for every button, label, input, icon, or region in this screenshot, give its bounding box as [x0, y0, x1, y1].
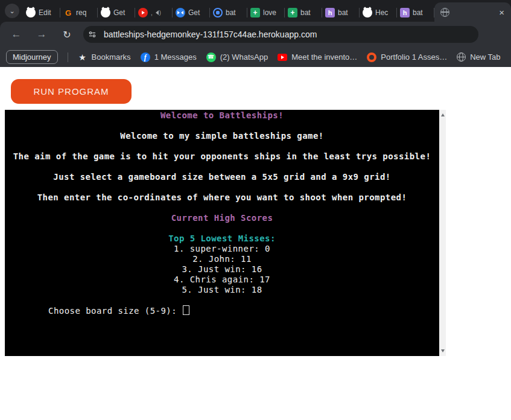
tab-get-2[interactable]: Get	[173, 4, 209, 22]
tab-active-battleships[interactable]: ×	[434, 2, 511, 22]
orange-g-icon	[63, 8, 73, 18]
tab-label: Edit	[39, 8, 57, 17]
terminal-high-score-row: 1. super-winner: 0	[5, 244, 439, 254]
terminal-line: Current High Scores	[5, 213, 439, 223]
tab-req[interactable]: req	[60, 4, 97, 22]
bookmark-new-tab[interactable]: New Tab	[457, 52, 500, 62]
tab-bat-1[interactable]: bat	[210, 4, 247, 22]
green-plus-icon	[288, 8, 297, 18]
star-icon	[78, 52, 87, 62]
bookmark-label: Bookmarks	[92, 52, 131, 62]
terminal-line	[5, 223, 439, 234]
tab-label: bat	[338, 8, 356, 17]
tab-edit[interactable]: Edit	[23, 4, 60, 22]
bookmark-label: (2) WhatsApp	[220, 52, 268, 62]
tab-get-1[interactable]: Get	[98, 4, 135, 22]
close-icon[interactable]: ×	[497, 7, 506, 18]
chevron-down-icon: ⌄	[9, 7, 14, 15]
bookmarks-bar: Midjourney Bookmarks 1 Messages (2) What…	[0, 47, 511, 67]
terminal-line: Just select a gameboard size between a 5…	[5, 172, 439, 182]
tab-hec[interactable]: Hec	[360, 4, 396, 22]
tab-love[interactable]: love	[247, 4, 284, 22]
tab-bat-3[interactable]: bat	[322, 4, 359, 22]
terminal-wrapper: Welcome to Battleships! Welcome to my si…	[5, 110, 446, 356]
youtube-icon	[278, 54, 287, 61]
address-bar[interactable]: battleships-hedgemonkey-131f157c44ae.her…	[83, 26, 478, 43]
facebook-icon	[141, 52, 150, 62]
github-icon	[26, 8, 36, 18]
terminal-line	[5, 162, 439, 172]
tab-label: Hec	[375, 8, 393, 17]
tab-label: bat	[300, 8, 319, 17]
globe-icon	[440, 8, 449, 17]
terminal-line	[5, 121, 439, 131]
github-icon	[363, 8, 372, 18]
terminal-scrollbar[interactable]	[439, 110, 446, 356]
terminal[interactable]: Welcome to Battleships! Welcome to my si…	[5, 110, 439, 356]
browser-toolbar: ← → ↻ battleships-hedgemonkey-131f157c44…	[0, 22, 511, 47]
bookmark-label: New Tab	[470, 52, 500, 62]
run-program-button[interactable]: RUN PROGRAM	[11, 79, 132, 104]
terminal-high-score-row: 3. Just win: 16	[5, 264, 439, 275]
terminal-line: Welcome to Battleships!	[5, 110, 439, 121]
bookmark-label: Portfolio 1 Asses…	[381, 52, 447, 62]
terminal-prompt-line: Choose board size (5-9):	[5, 295, 439, 326]
tab-label: bat	[413, 8, 431, 17]
tune-icon[interactable]	[86, 28, 99, 41]
terminal-high-score-row: 4. Chris again: 17	[5, 275, 439, 285]
orange-ring-icon	[367, 52, 376, 62]
scroll-down-icon[interactable]	[441, 349, 445, 354]
terminal-cursor	[183, 305, 189, 315]
tab-bat-2[interactable]: bat	[285, 4, 322, 22]
bookmark-portfolio[interactable]: Portfolio 1 Asses…	[367, 52, 447, 62]
blue-circle-icon	[176, 8, 185, 18]
bookmark-youtube[interactable]: Meet the invento…	[278, 52, 357, 62]
browser-chrome: ⌄ Edit req Get , ) Get ba	[0, 0, 511, 67]
terminal-line: The aim of the game is to hit your oppon…	[5, 151, 439, 162]
tab-youtube-audio[interactable]: , )	[135, 4, 172, 22]
tab-group-chip-midjourney[interactable]: Midjourney	[6, 50, 58, 64]
bookmark-label: Meet the invento…	[291, 52, 357, 62]
tab-label: Get	[188, 8, 206, 17]
terminal-high-score-row: 5. Just win: 18	[5, 285, 439, 295]
green-plus-icon	[250, 8, 260, 18]
scroll-up-icon[interactable]	[441, 112, 445, 116]
whatsapp-icon	[206, 52, 216, 62]
terminal-line	[5, 203, 439, 213]
globe-icon	[457, 52, 466, 62]
bookmarks-separator	[68, 52, 68, 62]
bookmark-label: 1 Messages	[154, 52, 197, 62]
terminal-line: Then enter the co-ordinates of where you…	[5, 192, 439, 203]
heroku-icon	[325, 8, 335, 18]
youtube-icon	[138, 8, 148, 18]
tab-label: love	[263, 8, 281, 17]
url-text: battleships-hedgemonkey-131f157c44ae.her…	[104, 30, 317, 39]
tab-search-button[interactable]: ⌄	[5, 4, 19, 18]
tab-label: Get	[113, 8, 132, 17]
blue-ring-icon	[213, 8, 223, 18]
tab-label: req	[76, 8, 94, 17]
terminal-line	[5, 182, 439, 192]
terminal-line	[5, 141, 439, 151]
page-content: RUN PROGRAM Welcome to Battleships! Welc…	[0, 67, 511, 420]
github-icon	[101, 8, 110, 18]
bookmark-messages[interactable]: 1 Messages	[141, 52, 197, 62]
reload-button[interactable]: ↻	[58, 25, 76, 43]
bookmark-bookmarks[interactable]: Bookmarks	[78, 52, 131, 62]
tab-bat-4[interactable]: bat	[397, 4, 434, 22]
bookmark-whatsapp[interactable]: (2) WhatsApp	[206, 52, 268, 62]
tab-bar: ⌄ Edit req Get , ) Get ba	[0, 0, 511, 22]
forward-button[interactable]: →	[33, 25, 51, 43]
terminal-prompt-text: Choose board size (5-9):	[48, 306, 182, 316]
terminal-high-score-row: 2. John: 11	[5, 254, 439, 264]
terminal-line: Top 5 Lowest Misses:	[5, 234, 439, 244]
tab-label: bat	[226, 8, 244, 17]
heroku-icon	[400, 8, 410, 18]
speaker-icon[interactable]: )	[156, 10, 161, 16]
back-button[interactable]: ←	[7, 25, 25, 43]
tab-label: ,	[151, 10, 153, 16]
terminal-line: Welcome to my simple battleships game!	[5, 131, 439, 141]
